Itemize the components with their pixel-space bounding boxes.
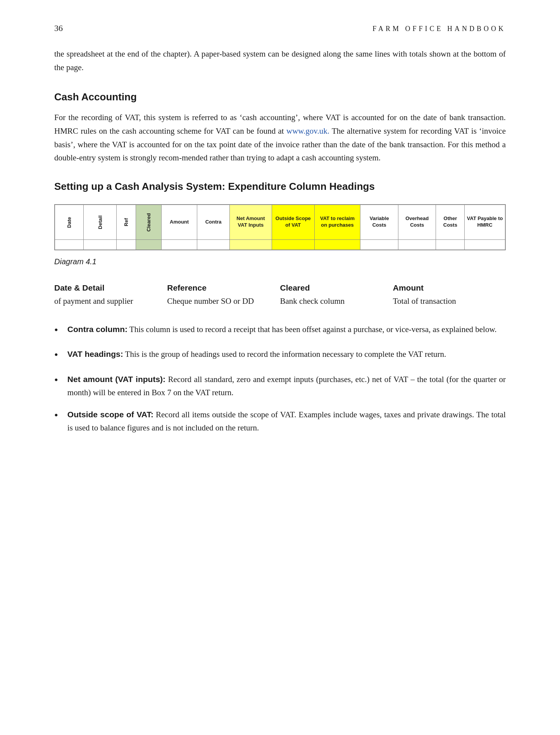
col-header-variable: Variable Costs: [360, 205, 398, 239]
list-item: • VAT headings: This is the group of hea…: [54, 348, 506, 364]
col-header-ref: Ref: [117, 205, 136, 239]
def-date-detail-body: of payment and supplier: [54, 295, 167, 308]
col-header-net: Net Amount VAT Inputs: [229, 205, 272, 239]
col-header-other: Other Costs: [436, 205, 465, 239]
list-item: • Net amount (VAT inputs): Record all st…: [54, 373, 506, 399]
setting-up-heading: Setting up a Cash Analysis System: Expen…: [54, 180, 506, 193]
col-header-cleared: Cleared: [136, 205, 161, 239]
bullet-term-outside-scope: Outside scope of VAT:: [67, 410, 153, 419]
def-amount-body: Total of transaction: [393, 295, 506, 308]
bullet-content-net-amount: Net amount (VAT inputs): Record all stan…: [67, 373, 506, 399]
col-header-overhead: Overhead Costs: [398, 205, 436, 239]
definitions-grid: Date & Detail of payment and supplier Re…: [54, 283, 506, 308]
cash-accounting-heading: Cash Accounting: [54, 91, 506, 103]
def-cleared-heading: Cleared: [280, 283, 393, 293]
col-header-amount: Amount: [161, 205, 197, 239]
def-cleared: Cleared Bank check column: [280, 283, 393, 308]
def-date-detail: Date & Detail of payment and supplier: [54, 283, 167, 308]
col-header-date: Date: [55, 205, 84, 239]
bullet-dot: •: [54, 321, 58, 339]
def-reference-body: Cheque number SO or DD: [167, 295, 280, 308]
def-cleared-body: Bank check column: [280, 295, 393, 308]
bullet-term-vat-headings: VAT headings:: [67, 349, 123, 358]
book-title: FARM OFFICE HANDBOOK: [372, 25, 506, 33]
diagram-caption: Diagram 4.1: [54, 257, 506, 266]
def-reference: Reference Cheque number SO or DD: [167, 283, 280, 308]
col-header-vat-reclaim: VAT to reclaim on purchases: [314, 205, 360, 239]
expenditure-table-wrapper: Date Detail Ref Cleared Amount Contra: [54, 204, 506, 250]
list-item: • Outside scope of VAT: Record all items…: [54, 408, 506, 435]
col-header-detail: Detail: [83, 205, 117, 239]
col-header-vat-payable: VAT Payable to HMRC: [465, 205, 505, 239]
bullet-content-outside-scope: Outside scope of VAT: Record all items o…: [67, 408, 506, 435]
bullet-content-vat-headings: VAT headings: This is the group of headi…: [67, 348, 506, 361]
expenditure-table: Date Detail Ref Cleared Amount Contra: [55, 205, 505, 250]
page-header: 36 FARM OFFICE HANDBOOK: [54, 23, 506, 33]
def-amount-heading: Amount: [393, 283, 506, 293]
bullet-dot: •: [54, 371, 58, 389]
bullet-term-contra: Contra column:: [67, 325, 128, 334]
bullet-term-net-amount: Net amount (VAT inputs):: [67, 375, 165, 384]
bullet-dot: •: [54, 406, 58, 424]
cash-accounting-body: For the recording of VAT, this system is…: [54, 111, 506, 165]
bullet-content-contra: Contra column: This column is used to re…: [67, 323, 506, 336]
gov-uk-link[interactable]: www.gov.uk.: [286, 126, 329, 136]
bullet-dot: •: [54, 346, 58, 364]
col-header-contra: Contra: [197, 205, 229, 239]
def-reference-heading: Reference: [167, 283, 280, 293]
col-header-outside: Outside Scope of VAT: [272, 205, 314, 239]
def-amount: Amount Total of transaction: [393, 283, 506, 308]
list-item: • Contra column: This column is used to …: [54, 323, 506, 339]
bullet-list: • Contra column: This column is used to …: [54, 323, 506, 435]
table-empty-row: [55, 239, 505, 250]
intro-paragraph: the spreadsheet at the end of the chapte…: [54, 47, 506, 74]
page-number: 36: [54, 23, 63, 33]
def-date-detail-heading: Date & Detail: [54, 283, 167, 293]
